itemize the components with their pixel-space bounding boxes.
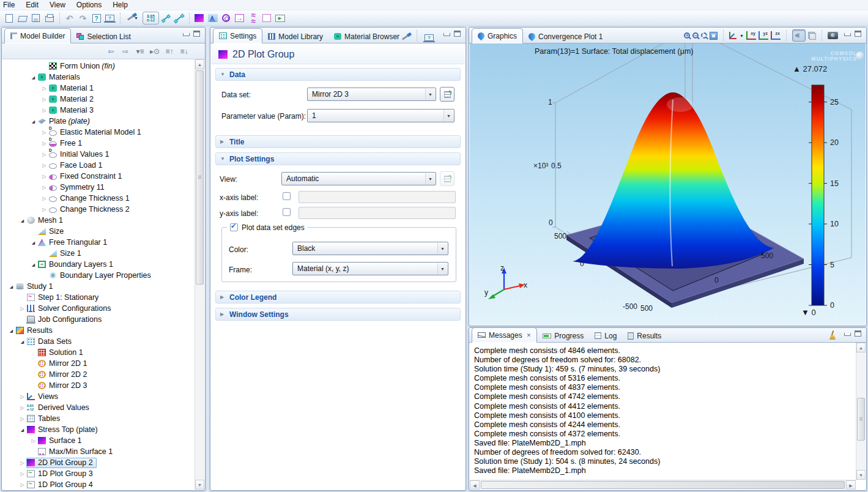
view-xy-icon[interactable]: xy [746, 31, 756, 40]
save-button[interactable] [29, 12, 42, 24]
tree-item[interactable]: Mirror 2D 1 [2, 358, 195, 369]
documentation-button[interactable]: ? [103, 12, 116, 24]
tree-item[interactable]: Material 2 [2, 94, 195, 105]
tree-expander-icon[interactable] [29, 262, 37, 267]
tree-item[interactable]: Job Configurations [2, 314, 195, 325]
tree-expander-icon[interactable] [29, 438, 37, 444]
tree-expander-icon[interactable] [18, 482, 26, 488]
tree-expander-icon[interactable] [18, 394, 26, 400]
open-button[interactable] [16, 12, 29, 24]
tree-expander-icon[interactable] [40, 163, 48, 168]
scrollbar-thumb[interactable] [481, 481, 845, 489]
messages-log[interactable]: Complete mesh consists of 4846 elements.… [470, 343, 856, 480]
tree-item[interactable]: Mesh 1 [2, 215, 195, 226]
tree-item[interactable]: 1D Plot Group 4 [2, 479, 195, 490]
section-window-settings[interactable]: ▶ Window Settings [215, 308, 461, 321]
tree-expander-icon[interactable] [40, 174, 48, 179]
forward-arrow-icon[interactable]: ⇨ [121, 47, 130, 56]
chevron-down-icon[interactable]: ▼ [740, 34, 744, 38]
zoom-in-icon[interactable]: + [684, 32, 690, 39]
default-view-icon[interactable] [729, 32, 736, 39]
tree-expander-icon[interactable] [18, 306, 26, 311]
refresh-solution-button[interactable] [440, 87, 454, 102]
scroll-up-button[interactable]: ▲ [195, 59, 204, 69]
tree-item[interactable]: Form Union (fin) [2, 61, 195, 72]
tree-expander-icon[interactable] [18, 218, 26, 223]
measure-line-button[interactable] [159, 12, 172, 24]
tree-item[interactable]: Fixed Constraint 1 [2, 171, 195, 182]
tree-item[interactable]: Materials [2, 72, 195, 83]
arrow-plot-button[interactable]: → [233, 12, 246, 24]
plot-data-set-edges-checkbox[interactable] [230, 223, 238, 231]
view-yz-icon[interactable]: yz [759, 31, 768, 40]
tree-expander-icon[interactable] [40, 86, 48, 91]
tree-expander-icon[interactable] [29, 119, 37, 124]
tree-expander-icon[interactable] [18, 416, 26, 422]
tree-item[interactable]: Material 3 [2, 105, 195, 116]
print-button[interactable] [43, 12, 56, 24]
tree-item[interactable]: Size [2, 226, 195, 237]
paint-settings-button[interactable] [398, 31, 411, 43]
maximize-icon[interactable] [193, 31, 200, 37]
maximize-icon[interactable] [855, 330, 861, 337]
tab-log[interactable]: Log [589, 329, 622, 342]
tree-item[interactable]: Plate (plate) [2, 116, 195, 127]
tree-item[interactable]: Views [2, 391, 195, 402]
scroll-right-button[interactable]: ▶ [846, 480, 856, 490]
edge-color-select[interactable]: Black ▼ [292, 242, 448, 255]
tree-expander-icon[interactable] [40, 196, 48, 201]
tree-item[interactable]: Change Thickness 1 [2, 193, 195, 204]
tab-convergence-plot[interactable]: Convergence Plot 1 [523, 30, 608, 43]
tree-item[interactable]: Solver Configurations [2, 303, 195, 314]
tree-item[interactable]: Boundary Layers 1 [2, 259, 195, 270]
tree-item[interactable]: Boundary Layer Properties [2, 270, 195, 281]
section-data[interactable]: ▼ Data [215, 68, 461, 81]
move-up-icon[interactable]: ≡↑ [165, 47, 174, 56]
parameter-value-select[interactable]: 1 ▼ [307, 109, 454, 122]
tree-item[interactable]: Solution 1 [2, 347, 195, 358]
undo-button[interactable]: ↶ [63, 12, 76, 24]
tree-expander-icon[interactable] [40, 141, 48, 146]
flow-plot-button[interactable]: ≈≈ [247, 12, 259, 24]
minimize-icon[interactable] [443, 33, 450, 36]
tree-item[interactable]: 2D Plot Group 2 [2, 457, 195, 468]
menu-item-options[interactable]: Options [71, 0, 107, 10]
tab-progress[interactable]: Progress [537, 329, 589, 342]
tree-item[interactable]: Derived Values [2, 402, 195, 413]
zoom-out-icon[interactable]: − [692, 32, 699, 39]
tree-expander-icon[interactable] [40, 130, 48, 135]
tree-expander-icon[interactable] [29, 75, 37, 80]
tree-item[interactable]: Symmetry 11 [2, 182, 195, 193]
blank-plot-button[interactable] [260, 12, 273, 24]
view-select[interactable]: Automatic ▼ [281, 172, 436, 185]
tree-expander-icon[interactable] [18, 405, 26, 411]
tree-item[interactable]: Mirror 2D 3 [2, 380, 195, 391]
tree-item[interactable]: Step 1: Stationary [2, 292, 195, 303]
clear-brush-button[interactable]: ▼ [124, 12, 142, 24]
tree-item[interactable]: Change Thickness 2 [2, 204, 195, 215]
tree-item[interactable]: Material 1 [2, 83, 195, 94]
surface-plot[interactable] [470, 43, 866, 325]
tree-item[interactable]: Data Sets [2, 336, 195, 347]
transparency-icon[interactable] [808, 32, 816, 40]
scroll-up-button[interactable]: ▲ [856, 343, 866, 352]
frame-select[interactable]: Material (x, y, z) ▼ [292, 262, 448, 275]
menu-item-help[interactable]: Help [107, 0, 133, 10]
tree-expander-icon[interactable] [29, 240, 37, 245]
snapshot-icon[interactable] [828, 32, 838, 39]
plot-2d-button[interactable] [193, 12, 206, 24]
x-axis-label-checkbox[interactable] [283, 192, 291, 200]
tree-item[interactable]: Free 1 [2, 138, 195, 149]
maximize-icon[interactable] [454, 31, 461, 37]
tree-expander-icon[interactable] [18, 471, 26, 477]
tree-item[interactable]: Mirror 2D 2 [2, 369, 195, 380]
back-arrow-icon[interactable]: ⇦ [106, 47, 116, 56]
menu-item-view[interactable]: View [44, 0, 71, 10]
tree-item[interactable]: Surface 1 [2, 435, 195, 446]
data-set-select[interactable]: Mirror 2D 3 ▼ [307, 88, 436, 101]
tree-item[interactable]: Initial Values 1 [2, 149, 195, 160]
scrollbar-thumb[interactable] [857, 398, 865, 441]
dynamic-help-button[interactable]: ? [423, 31, 436, 43]
tree-item[interactable]: Results [2, 325, 195, 336]
tree-item[interactable]: Face Load 1 [2, 160, 195, 171]
